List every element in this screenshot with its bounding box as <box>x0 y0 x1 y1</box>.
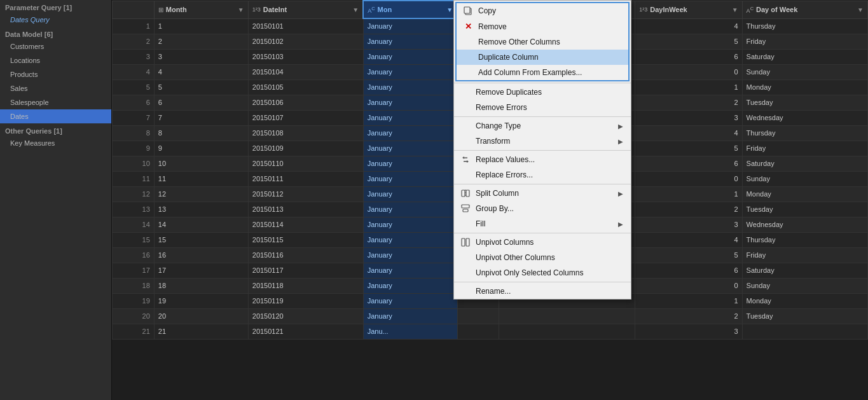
copy-icon <box>462 6 474 15</box>
transform-arrow: ▶ <box>618 138 623 145</box>
remove-dupes-label: Remove Duplicates <box>476 88 623 97</box>
cell-rownum: 14 <box>113 217 155 232</box>
cell-mon: January <box>363 263 457 278</box>
cell-dateint: 20150109 <box>248 141 363 156</box>
cell-dow: Tuesday <box>742 95 867 110</box>
cell-mon: January <box>363 79 457 95</box>
cell-rownum: 12 <box>113 186 155 202</box>
divider-1 <box>454 83 631 83</box>
cell-rownum: 4 <box>113 64 155 79</box>
cell-mon: January <box>363 293 457 308</box>
cell-dateint: 20150112 <box>248 186 363 202</box>
sidebar-item-key-measures[interactable]: Key Measures <box>0 136 111 150</box>
cell-rownum: 11 <box>113 171 155 186</box>
replace-values-label: Replace Values... <box>476 155 623 164</box>
col-header-dayinweek[interactable]: 1²3 DayInWeek ▼ <box>635 1 742 18</box>
context-menu-remove-duplicates[interactable]: Remove Duplicates <box>454 85 631 100</box>
cell-dayinweek: 5 <box>635 247 742 263</box>
month-filter-icon[interactable]: ▼ <box>238 6 244 13</box>
cell-dow: Saturday <box>742 263 867 278</box>
context-menu-fill[interactable]: Fill ▶ <box>454 216 631 231</box>
sidebar-item-salespeople[interactable]: Salespeople <box>0 95 111 109</box>
context-menu-duplicate-column[interactable]: Duplicate Column <box>457 50 628 65</box>
sidebar-item-products[interactable]: Products <box>0 67 111 81</box>
col-label-dayofweek: Day of Week <box>756 6 797 13</box>
dayofweek-filter-icon[interactable]: ▼ <box>857 6 864 13</box>
cell-dow: Wednesday <box>742 110 867 125</box>
mon-filter-icon[interactable]: ▼ <box>446 6 453 13</box>
cell-dow: Friday <box>742 141 867 156</box>
cell-dayinweek: 4 <box>635 232 742 247</box>
col-header-dateint[interactable]: 1²3 DateInt ▼ <box>248 1 363 18</box>
context-menu-replace-values[interactable]: Replace Values... <box>454 152 631 167</box>
sidebar-item-dates-query[interactable]: Dates Query <box>0 13 111 27</box>
cell-dayinweek: 6 <box>635 263 742 278</box>
context-menu-unpivot-only[interactable]: Unpivot Only Selected Columns <box>454 265 631 280</box>
table-row: 21 21 20150121 Janu... 3 <box>113 324 868 339</box>
context-menu-transform[interactable]: Transform ▶ <box>454 134 631 149</box>
context-menu-unpivot-other[interactable]: Unpivot Other Columns <box>454 250 631 265</box>
add-column-label: Add Column From Examples... <box>478 68 582 77</box>
context-menu-group-by[interactable]: Group By... <box>454 201 631 216</box>
cell-dateint: 20150102 <box>248 34 363 49</box>
cell-rownum: 3 <box>113 49 155 64</box>
cell-dow: Tuesday <box>742 202 867 217</box>
sidebar-item-sales[interactable]: Sales <box>0 81 111 95</box>
cell-dateint: 20150103 <box>248 49 363 64</box>
cell-dow: Sunday <box>742 171 867 186</box>
cell-dow: Monday <box>742 79 867 95</box>
cell-mon: January <box>363 171 457 186</box>
cell-dateint: 20150118 <box>248 278 363 293</box>
cell-rownum: 1 <box>113 18 155 34</box>
month-type-icon: ⊞ <box>158 6 163 13</box>
dateint-filter-icon[interactable]: ▼ <box>352 6 359 13</box>
context-menu-rename[interactable]: Rename... <box>454 284 631 299</box>
context-menu-add-column-examples[interactable]: Add Column From Examples... <box>457 65 628 80</box>
cell-month: 1 <box>154 18 248 34</box>
col-header-month[interactable]: ⊞ Month ▼ <box>154 1 248 18</box>
cell-month: 14 <box>154 217 248 232</box>
cell-dateint: 20150108 <box>248 125 363 141</box>
cell-month: 6 <box>154 95 248 110</box>
context-menu-split-column[interactable]: Split Column ▶ <box>454 186 631 201</box>
cell-month: 4 <box>154 64 248 79</box>
dayinweek-filter-icon[interactable]: ▼ <box>732 6 738 13</box>
cell-month: 17 <box>154 263 248 278</box>
transform-label: Transform <box>476 137 618 146</box>
duplicate-label: Duplicate Column <box>478 53 539 62</box>
cell-dayinweek: 0 <box>635 278 742 293</box>
svg-rect-1 <box>464 7 470 13</box>
copy-label: Copy <box>478 6 496 15</box>
unpivot-columns-label: Unpivot Columns <box>476 238 623 247</box>
cell-month: 2 <box>154 34 248 49</box>
dayofweek-type-icon: AC <box>747 6 754 14</box>
cell-rownum: 17 <box>113 263 155 278</box>
cell-month: 8 <box>154 125 248 141</box>
cell-dow: Thursday <box>742 125 867 141</box>
context-menu-change-type[interactable]: Change Type ▶ <box>454 118 631 134</box>
sidebar-item-customers[interactable]: Customers <box>0 39 111 53</box>
col-label-month: Month <box>166 6 187 13</box>
cell-dateint: 20150117 <box>248 263 363 278</box>
context-menu-copy[interactable]: Copy <box>457 3 628 18</box>
col-header-dayofweek[interactable]: AC Day of Week ▼ <box>742 1 867 18</box>
cell-dow: Sunday <box>742 64 867 79</box>
sidebar-item-dates[interactable]: Dates <box>0 109 111 123</box>
svg-rect-8 <box>466 238 469 246</box>
cell-dateint: 20150115 <box>248 232 363 247</box>
cell-dayinweek: 5 <box>635 34 742 49</box>
change-type-arrow: ▶ <box>618 123 623 130</box>
cell-rownum: 19 <box>113 293 155 308</box>
context-menu-remove-other-columns[interactable]: Remove Other Columns <box>457 34 628 50</box>
cell-month: 12 <box>154 186 248 202</box>
change-type-label: Change Type <box>476 121 618 130</box>
context-menu-replace-errors[interactable]: Replace Errors... <box>454 167 631 183</box>
cell-mon: January <box>363 202 457 217</box>
col-header-mon[interactable]: AC Mon ▼ <box>363 1 457 18</box>
context-menu-remove-errors[interactable]: Remove Errors <box>454 100 631 115</box>
context-menu-remove[interactable]: ✕ Remove <box>457 18 628 34</box>
sidebar-item-locations[interactable]: Locations <box>0 53 111 67</box>
cell-dow: Thursday <box>742 232 867 247</box>
context-menu[interactable]: Copy ✕ Remove Remove Other Columns Dupli… <box>453 0 631 300</box>
context-menu-unpivot-columns[interactable]: Unpivot Columns <box>454 235 631 250</box>
